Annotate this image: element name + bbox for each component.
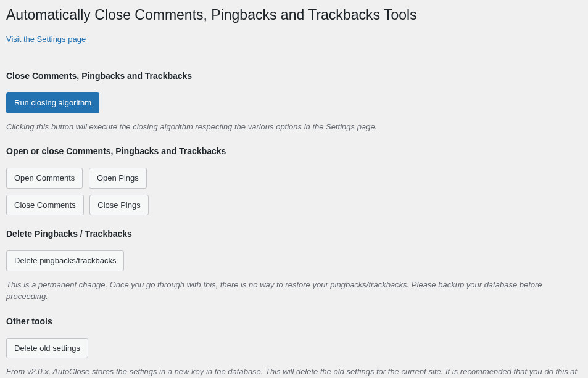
close-section-description: Clicking this button will execute the cl… bbox=[6, 121, 582, 133]
close-comments-button[interactable]: Close Comments bbox=[6, 195, 84, 216]
run-closing-algorithm-button[interactable]: Run closing algorithm bbox=[6, 92, 99, 113]
other-tools-description: From v2.0.x, AutoClose stores the settin… bbox=[6, 366, 582, 378]
close-section-heading: Close Comments, Pingbacks and Trackbacks bbox=[6, 70, 582, 83]
open-close-section-heading: Open or close Comments, Pingbacks and Tr… bbox=[6, 145, 582, 158]
delete-pingbacks-trackbacks-button[interactable]: Delete pingbacks/trackbacks bbox=[6, 250, 124, 271]
open-pings-button[interactable]: Open Pings bbox=[89, 168, 147, 189]
delete-section-description: This is a permanent change. Once you go … bbox=[6, 279, 582, 303]
other-tools-heading: Other tools bbox=[6, 315, 582, 328]
open-comments-button[interactable]: Open Comments bbox=[6, 168, 83, 189]
close-pings-button[interactable]: Close Pings bbox=[89, 195, 148, 216]
delete-section-heading: Delete Pingbacks / Trackbacks bbox=[6, 228, 582, 240]
settings-page-link[interactable]: Visit the Settings page bbox=[6, 33, 86, 46]
delete-old-settings-button[interactable]: Delete old settings bbox=[6, 338, 88, 359]
page-title: Automatically Close Comments, Pingbacks … bbox=[6, 6, 582, 25]
